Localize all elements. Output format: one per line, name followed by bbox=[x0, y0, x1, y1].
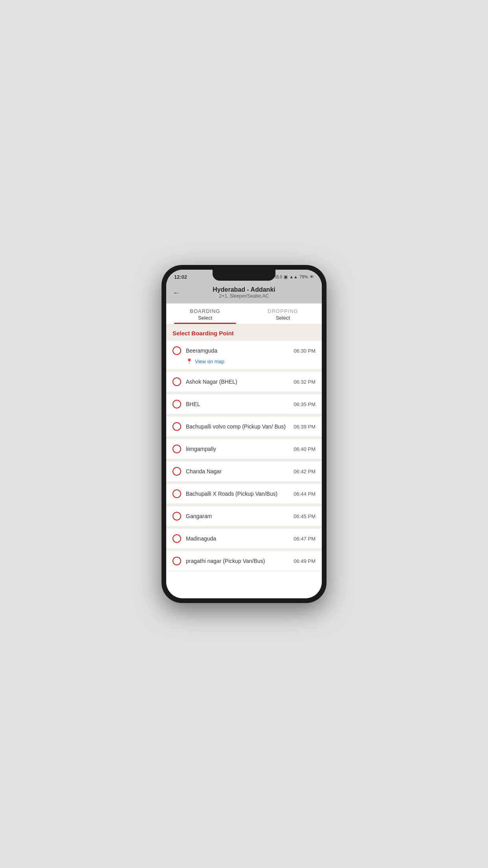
stop-time: 06:47 PM bbox=[294, 536, 316, 542]
header-subtitle: 2+1, Sleeper/Seater,AC bbox=[213, 293, 275, 299]
stop-name: Madinaguda bbox=[186, 535, 294, 542]
phone-screen: 12:02 ⏱ 55.0 ▣ ▲▲ 79% 👁 ← Hyderabad - Ad… bbox=[166, 270, 322, 598]
boarding-item-row[interactable]: Bachupalli X Roads (Pickup Van/Bus) 06:4… bbox=[166, 484, 322, 504]
stop-name: Gangaram bbox=[186, 513, 294, 520]
section-title: Select Boarding Point bbox=[172, 330, 234, 337]
section-header: Select Boarding Point bbox=[166, 324, 322, 341]
tab-dropping-value: Select bbox=[247, 315, 319, 321]
radio-button[interactable] bbox=[172, 467, 181, 476]
radio-button[interactable] bbox=[172, 400, 181, 408]
boarding-item-row[interactable]: BHEL 06:35 PM bbox=[166, 394, 322, 414]
header-title: Hyderabad - Addanki 2+1, Sleeper/Seater,… bbox=[213, 286, 275, 299]
radio-inner bbox=[175, 492, 178, 495]
app-header: ← Hyderabad - Addanki 2+1, Sleeper/Seate… bbox=[166, 282, 322, 303]
radio-button[interactable] bbox=[172, 377, 181, 386]
radio-button[interactable] bbox=[172, 512, 181, 520]
radio-inner bbox=[175, 447, 178, 451]
boarding-item: Gangaram 06:45 PM bbox=[166, 506, 322, 526]
tab-dropping[interactable]: DROPPING Select bbox=[244, 303, 322, 324]
tabs-container: BOARDING Select DROPPING Select bbox=[166, 303, 322, 324]
phone-shell: 12:02 ⏱ 55.0 ▣ ▲▲ 79% 👁 ← Hyderabad - Ad… bbox=[161, 265, 327, 603]
stop-time: 06:40 PM bbox=[294, 446, 316, 452]
radio-inner bbox=[175, 515, 178, 518]
radio-inner bbox=[175, 470, 178, 473]
back-button[interactable]: ← bbox=[172, 288, 180, 297]
radio-inner bbox=[175, 349, 178, 352]
boarding-item-row[interactable]: Bachupalli volvo comp (Pickup Van/ Bus) … bbox=[166, 417, 322, 436]
stop-name: pragathi nagar (Pickup Van/Bus) bbox=[186, 557, 294, 565]
boarding-item: Beeramguda 06:30 PM 📍 View on map bbox=[166, 341, 322, 370]
boarding-item-row[interactable]: liimgampally 06:40 PM bbox=[166, 439, 322, 459]
boarding-item-row[interactable]: Gangaram 06:45 PM bbox=[166, 506, 322, 526]
stop-name: Bachupalli volvo comp (Pickup Van/ Bus) bbox=[186, 423, 294, 430]
boarding-item: Ashok Nagar (BHEL) 06:32 PM bbox=[166, 372, 322, 392]
boarding-item-row[interactable]: Beeramguda 06:30 PM bbox=[166, 341, 322, 357]
stop-time: 06:45 PM bbox=[294, 513, 316, 519]
signal-icon: ▲▲ bbox=[289, 274, 298, 279]
stop-time: 06:39 PM bbox=[294, 424, 316, 430]
boarding-item-row[interactable]: Chanda Nagar 06:42 PM bbox=[166, 462, 322, 481]
stop-name: liimgampally bbox=[186, 445, 294, 452]
tab-boarding-label: BOARDING bbox=[169, 308, 241, 314]
radio-button[interactable] bbox=[172, 557, 181, 565]
header-route: Hyderabad - Addanki bbox=[213, 286, 275, 293]
status-time: 12:02 bbox=[174, 274, 187, 280]
boarding-item: Madinaguda 06:47 PM bbox=[166, 529, 322, 549]
map-pin-icon: 📍 bbox=[186, 358, 193, 364]
radio-button[interactable] bbox=[172, 489, 181, 498]
boarding-item: BHEL 06:35 PM bbox=[166, 394, 322, 414]
sim-icon: ▣ bbox=[284, 274, 288, 280]
boarding-item: pragathi nagar (Pickup Van/Bus) 06:49 PM bbox=[166, 551, 322, 571]
stop-time: 06:44 PM bbox=[294, 491, 316, 497]
tab-dropping-label: DROPPING bbox=[247, 308, 319, 314]
boarding-item-row[interactable]: pragathi nagar (Pickup Van/Bus) 06:49 PM bbox=[166, 551, 322, 571]
radio-button[interactable] bbox=[172, 422, 181, 431]
stop-time: 06:49 PM bbox=[294, 558, 316, 564]
data-icon: 55.0 bbox=[275, 275, 282, 279]
status-icons: ⏱ 55.0 ▣ ▲▲ 79% 👁 bbox=[269, 274, 314, 280]
stop-name: Ashok Nagar (BHEL) bbox=[186, 378, 294, 385]
radio-button[interactable] bbox=[172, 534, 181, 543]
stop-time: 06:42 PM bbox=[294, 469, 316, 474]
stop-name: Beeramguda bbox=[186, 347, 294, 354]
boarding-item: Bachupalli X Roads (Pickup Van/Bus) 06:4… bbox=[166, 484, 322, 504]
stop-time: 06:30 PM bbox=[294, 348, 316, 354]
radio-inner bbox=[175, 559, 178, 563]
radio-inner bbox=[175, 537, 178, 540]
boarding-item: liimgampally 06:40 PM bbox=[166, 439, 322, 459]
radio-inner bbox=[175, 380, 178, 383]
boarding-list[interactable]: Beeramguda 06:30 PM 📍 View on map Ashok … bbox=[166, 341, 322, 598]
boarding-item-row[interactable]: Madinaguda 06:47 PM bbox=[166, 529, 322, 548]
stop-name: BHEL bbox=[186, 401, 294, 408]
battery-icon: 👁 bbox=[310, 274, 314, 279]
boarding-item: Bachupalli volvo comp (Pickup Van/ Bus) … bbox=[166, 417, 322, 437]
stop-time: 06:35 PM bbox=[294, 401, 316, 407]
boarding-item: Chanda Nagar 06:42 PM bbox=[166, 462, 322, 482]
stop-name: Chanda Nagar bbox=[186, 468, 294, 475]
tab-boarding[interactable]: BOARDING Select bbox=[166, 303, 244, 324]
radio-inner bbox=[175, 425, 178, 428]
view-map-link[interactable]: View on map bbox=[195, 359, 224, 364]
radio-inner bbox=[175, 403, 178, 406]
radio-button[interactable] bbox=[172, 346, 181, 355]
battery-text: 79% bbox=[299, 274, 308, 279]
stop-time: 06:32 PM bbox=[294, 379, 316, 385]
phone-notch bbox=[213, 270, 275, 281]
boarding-item-row[interactable]: Ashok Nagar (BHEL) 06:32 PM bbox=[166, 372, 322, 392]
tab-boarding-value: Select bbox=[169, 315, 241, 321]
view-map-row[interactable]: 📍 View on map bbox=[166, 357, 322, 369]
stop-name: Bachupalli X Roads (Pickup Van/Bus) bbox=[186, 490, 294, 497]
radio-button[interactable] bbox=[172, 445, 181, 453]
